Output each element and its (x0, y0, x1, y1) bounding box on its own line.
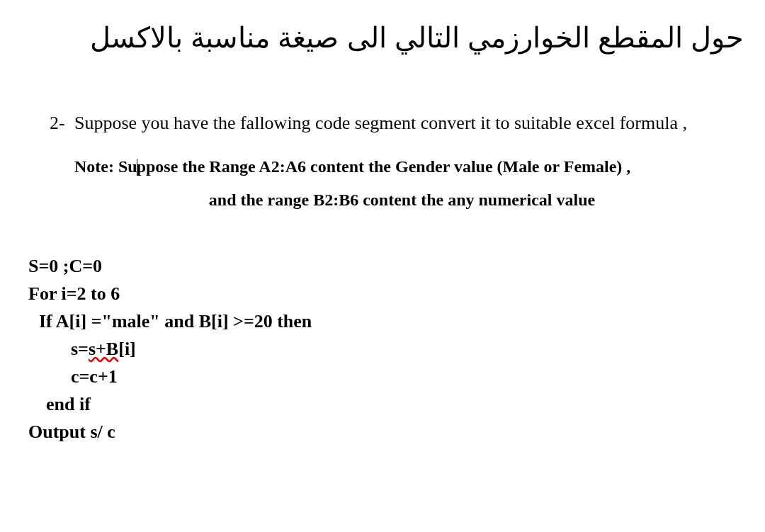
code-line-count: c=c+1 (71, 363, 744, 390)
question-container: 2- Suppose you have the fallowing code s… (50, 111, 730, 210)
code-line-sum: s=s+B[i] (71, 335, 744, 363)
question-text-line: 2- Suppose you have the fallowing code s… (50, 111, 730, 136)
code-line-if: If A[i] ="male" and B[i] >=20 then (39, 307, 744, 335)
code-line-init: S=0 ;C=0 (28, 252, 744, 280)
code-block: S=0 ;C=0 For i=2 to 6 If A[i] ="male" an… (28, 252, 744, 446)
question-text: Suppose you have the fallowing code segm… (74, 113, 687, 133)
note-line-1: Note: Suppose the Range A2:A6 content th… (74, 157, 730, 176)
code-line-output: Output s/ c (28, 418, 744, 446)
note-line-2: and the range B2:B6 content the any nume… (74, 191, 730, 210)
code-line-endif: end if (46, 390, 744, 418)
code-sum-suffix: [i] (118, 339, 136, 359)
note-text: ppose the Range A2:A6 content the Gender… (137, 157, 631, 176)
question-number: 2- (50, 111, 65, 136)
code-sum-underlined: s+B (89, 339, 118, 359)
arabic-title: حول المقطع الخوارزمي التالي الى صيغة منا… (21, 21, 744, 54)
code-sum-prefix: s= (71, 339, 89, 359)
note-label: Note: Su (74, 157, 137, 176)
code-line-for: For i=2 to 6 (28, 280, 744, 307)
